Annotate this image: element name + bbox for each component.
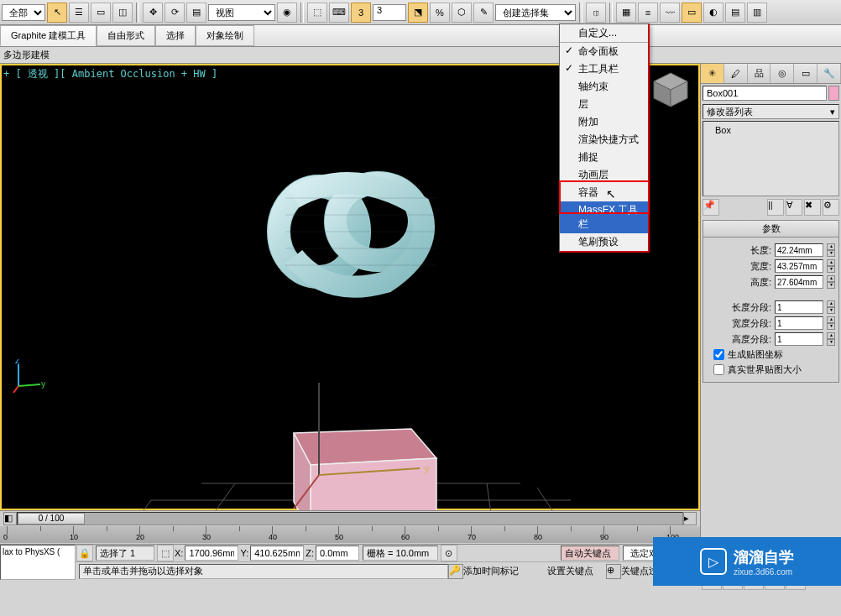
y-coord-input[interactable] [250, 546, 304, 561]
menu-item-extras[interactable]: 附加 [560, 113, 648, 131]
menu-item-main-toolbar[interactable]: 主工具栏 [560, 60, 648, 78]
time-ruler[interactable]: 0102030405060708090100 [0, 526, 700, 543]
command-panel: ✳ 🖊 品 ◎ ▭ 🔧 修改器列表▾ Box 📌 || ∀ ✖ ⚙ 参数 长度:… [700, 64, 841, 616]
selection-filter-combo[interactable]: 全部 [2, 4, 45, 21]
layer-manager-button[interactable]: ≡ [638, 3, 658, 23]
show-end-result-button[interactable]: || [767, 199, 784, 216]
move-button[interactable]: ✥ [143, 3, 163, 23]
modifier-list-combo[interactable]: 修改器列表▾ [703, 104, 839, 119]
auto-key-button[interactable]: 自动关键点 [561, 546, 619, 561]
align-button[interactable]: ▦ [616, 3, 636, 23]
grid-label: 栅格 = 10.0mm [363, 546, 438, 561]
material-editor-button[interactable]: ◐ [703, 3, 723, 23]
time-config-button[interactable]: ◧ [3, 512, 17, 525]
rotate-button[interactable]: ⟳ [165, 3, 185, 23]
menu-item-render-shortcuts[interactable]: 渲染快捷方式 [560, 131, 648, 149]
render-setup-button[interactable]: ▤ [725, 3, 745, 23]
hierarchy-tab-icon[interactable]: 品 [748, 64, 771, 83]
add-time-tag[interactable]: 添加时间标记 [463, 565, 547, 577]
time-slider[interactable]: ◧ 0 / 100 ▸ [0, 511, 700, 526]
key-mode-button[interactable]: ⊕ [606, 564, 621, 579]
menu-item-brush-presets[interactable]: 笔刷预设 [560, 233, 648, 251]
window-crossing-button[interactable]: ◫ [112, 3, 133, 23]
lseg-spinner[interactable] [775, 300, 823, 314]
gen-map-checkbox[interactable] [713, 349, 724, 360]
select-manipulate-button[interactable]: ⬚ [307, 3, 327, 23]
z-coord-input[interactable] [316, 546, 359, 561]
keyboard-shortcut-button[interactable]: ⌨ [329, 3, 349, 23]
rect-select-button[interactable]: ▭ [91, 3, 111, 23]
menu-customize[interactable]: 自定义... [560, 24, 648, 43]
menu-item-command-panel[interactable]: 命令面板 [560, 43, 648, 60]
use-pivot-button[interactable]: ◉ [277, 3, 297, 23]
menu-item-axis-constraint[interactable]: 轴约束 [560, 78, 648, 96]
object-color-swatch[interactable] [828, 86, 839, 101]
make-unique-button[interactable]: ∀ [786, 199, 802, 216]
menu-item-snaps[interactable]: 捕捉 [560, 149, 648, 166]
menu-item-containers[interactable]: 容器 [560, 184, 648, 201]
scale-button[interactable]: ▤ [186, 3, 206, 23]
status-area: lax to PhysXS ( 🔒 选择了 1 ⬚ X: Y: Z: 栅格 = … [0, 544, 700, 616]
modify-tab-icon[interactable]: 🖊 [724, 64, 748, 83]
select-by-name-button[interactable]: ☰ [69, 3, 89, 23]
ribbon-tab-graphite[interactable]: Graphite 建模工具 [0, 25, 97, 46]
time-end-button[interactable]: ▸ [683, 512, 697, 525]
remove-modifier-button[interactable]: ✖ [804, 199, 821, 216]
select-object-button[interactable]: ↖ [47, 3, 67, 23]
stack-item-box[interactable]: Box [705, 123, 837, 137]
snap-toggle-button[interactable]: 3 [351, 3, 371, 23]
spinner-snap-button[interactable]: ⬡ [452, 3, 472, 23]
hseg-spinner[interactable] [775, 332, 823, 346]
width-spinner[interactable] [775, 259, 823, 273]
pin-stack-button[interactable]: 📌 [703, 199, 719, 216]
rollout-header[interactable]: 参数 [703, 221, 838, 238]
percent-snap-button[interactable]: % [430, 3, 450, 23]
motion-tab-icon[interactable]: ◎ [770, 64, 794, 83]
curve-editor-button[interactable]: 〰 [660, 3, 680, 23]
width-label: 宽度: [707, 260, 771, 273]
abs-rel-button[interactable]: ⬚ [157, 545, 174, 561]
utilities-tab-icon[interactable]: 🔧 [817, 64, 841, 83]
ribbon-tab-selection[interactable]: 选择 [155, 25, 196, 46]
ref-coord-combo[interactable]: 视图 [208, 4, 275, 21]
modifier-stack[interactable]: Box [703, 121, 839, 196]
time-slider-handle[interactable]: 0 / 100 [18, 513, 85, 525]
watermark-url: zixue.3d66.com [734, 567, 794, 577]
lock-selection-button[interactable]: 🔒 [76, 545, 93, 561]
sub-ribbon: 多边形建模 [0, 47, 841, 64]
menu-item-massfx-toolbar[interactable]: MassFX 工具栏 [560, 201, 648, 233]
real-world-checkbox[interactable] [713, 364, 724, 375]
menu-item-anim-layers[interactable]: 动画层 [560, 166, 648, 184]
set-key-button[interactable]: 设置关键点 [547, 565, 606, 577]
ribbon-tab-objectpaint[interactable]: 对象绘制 [196, 25, 254, 46]
parameters-rollout: 参数 长度:▴▾ 宽度:▴▾ 高度:▴▾ 长度分段:▴▾ 宽度分段:▴▾ 高度分… [703, 220, 839, 383]
menu-item-layers[interactable]: 层 [560, 96, 648, 113]
x-label: X: [175, 548, 183, 558]
isolate-button[interactable]: ⊙ [441, 545, 457, 561]
height-spinner[interactable] [775, 275, 823, 289]
x-coord-input[interactable] [185, 546, 238, 561]
create-tab-icon[interactable]: ✳ [701, 64, 724, 83]
render-frame-button[interactable]: ▥ [747, 3, 767, 23]
schematic-view-button[interactable]: ▭ [682, 3, 702, 23]
svg-text:y: y [41, 378, 45, 389]
configure-sets-button[interactable]: ⚙ [823, 199, 839, 216]
torus-knot-object[interactable] [252, 148, 470, 316]
length-spinner[interactable] [775, 243, 823, 257]
snap-value[interactable]: 3 [373, 4, 406, 21]
angle-snap-button[interactable]: ⬔ [408, 3, 428, 23]
viewport-label[interactable]: + [ 透视 ][ Ambient Occlusion + HW ] [3, 67, 217, 81]
viewcube[interactable] [650, 69, 692, 111]
wseg-spinner[interactable] [775, 316, 823, 330]
length-label: 长度: [707, 244, 771, 257]
hseg-label: 高度分段: [707, 333, 771, 346]
display-tab-icon[interactable]: ▭ [794, 64, 817, 83]
edit-named-sel-button[interactable]: ✎ [473, 3, 494, 23]
mirror-button[interactable]: ⎅ [586, 3, 606, 23]
lock-ui-button[interactable]: 🔑 [448, 564, 463, 579]
cursor-icon: ↖ [606, 187, 616, 201]
ribbon-tab-freeform[interactable]: 自由形式 [97, 25, 155, 46]
named-selset-combo[interactable]: 创建选择集 [495, 4, 576, 21]
object-name-input[interactable] [703, 86, 827, 101]
maxscript-listener[interactable]: lax to PhysXS ( [0, 545, 76, 580]
